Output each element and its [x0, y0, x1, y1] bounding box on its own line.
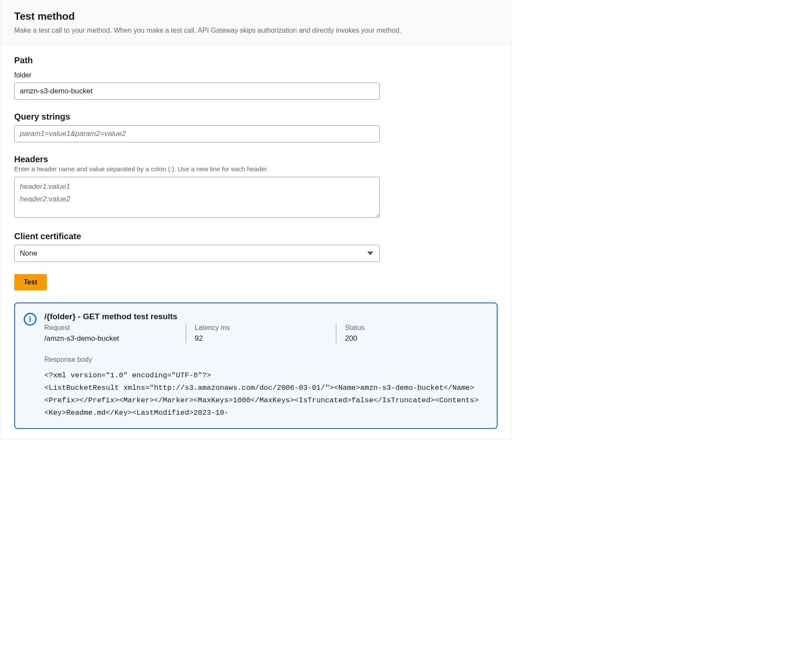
page-title: Test method: [14, 10, 498, 22]
client-certificate-select[interactable]: None: [14, 245, 380, 262]
query-strings-heading: Query strings: [14, 112, 498, 122]
response-body-label: Response body: [44, 356, 486, 364]
caret-down-icon: [367, 252, 373, 256]
headers-input[interactable]: [14, 177, 380, 218]
test-results-panel: i /{folder} - GET method test results Re…: [14, 302, 498, 429]
latency-value: 92: [195, 334, 328, 343]
info-icon: i: [24, 313, 37, 326]
path-heading: Path: [14, 55, 498, 65]
status-value: 200: [345, 334, 478, 343]
response-body-content: <?xml version="1.0" encoding="UTF-8"?> <…: [44, 370, 486, 419]
headers-heading: Headers: [14, 154, 498, 164]
request-label: Request: [44, 324, 177, 332]
latency-label: Latency ms: [195, 324, 328, 332]
status-label: Status: [345, 324, 478, 332]
client-certificate-value: None: [20, 249, 37, 258]
request-value: /amzn-s3-demo-bucket: [44, 334, 177, 343]
folder-label: folder: [14, 71, 498, 79]
form-panel: Path folder Query strings Headers Enter …: [0, 45, 512, 440]
test-button[interactable]: Test: [14, 274, 47, 290]
query-strings-input[interactable]: [14, 125, 380, 142]
client-certificate-heading: Client certificate: [14, 231, 498, 241]
headers-help-text: Enter a header name and value separated …: [14, 165, 498, 173]
page-description: Make a test call to your method. When yo…: [14, 26, 498, 35]
results-title: /{folder} - GET method test results: [44, 312, 486, 321]
folder-input[interactable]: [14, 83, 380, 100]
header-panel: Test method Make a test call to your met…: [0, 0, 512, 45]
